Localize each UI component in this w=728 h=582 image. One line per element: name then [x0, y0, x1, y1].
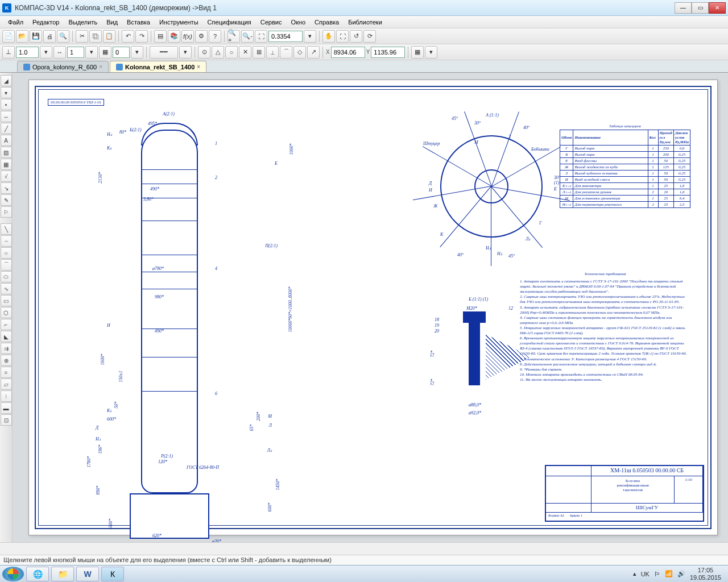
minimize-button[interactable]: ― [675, 2, 692, 14]
contour-tool[interactable]: ▱ [1, 379, 12, 390]
zoom-in-button[interactable]: 🔍+ [228, 30, 240, 43]
step-input[interactable] [67, 47, 84, 58]
tab-kolonna[interactable]: Kolonna_rekt_SB_1400 × [110, 61, 206, 72]
snap-mid-button[interactable]: △ [212, 46, 224, 59]
point-tool[interactable]: • [1, 99, 12, 110]
snap-near-button[interactable]: ◇ [293, 46, 306, 59]
layer-dropdown[interactable]: ▾ [131, 46, 143, 59]
snap-center-button[interactable]: ○ [225, 46, 238, 59]
zoom-window-button[interactable]: ⛶ [255, 30, 267, 43]
circle-tool[interactable]: ○ [1, 247, 12, 259]
snap-grid-button[interactable]: ⊞ [253, 46, 265, 59]
layer-button[interactable]: ▦ [99, 46, 111, 59]
spline-tool[interactable]: ∿ [1, 283, 12, 294]
tray-network-icon[interactable]: 📶 [665, 570, 673, 577]
redo-button[interactable]: ↷ [135, 30, 148, 43]
step-button[interactable]: ↔ [53, 46, 66, 59]
scale-input[interactable] [16, 47, 39, 58]
menu-help[interactable]: Справка [310, 17, 344, 27]
aux-tool[interactable]: ⊡ [1, 414, 12, 426]
geometry-tool[interactable]: ◢ [1, 75, 12, 86]
menu-view[interactable]: Вид [102, 17, 122, 27]
menu-file[interactable]: Файл [3, 17, 28, 27]
menu-tools[interactable]: Инструменты [155, 17, 203, 27]
collect-tool[interactable]: ⊕ [1, 355, 12, 366]
linestyle-dropdown[interactable]: ▾ [179, 46, 192, 59]
clock[interactable]: 17:05 19.05.2015 [690, 567, 721, 580]
arc-tool[interactable]: ⌒ [1, 259, 12, 271]
geometry-dropdown[interactable]: ▾ [1, 87, 12, 98]
library-button[interactable]: 📚 [168, 30, 180, 43]
menu-libs[interactable]: Библиотеки [344, 17, 387, 27]
coord-x-input[interactable] [331, 47, 365, 58]
hatch-tool[interactable]: ▨ [1, 147, 12, 158]
snap-tan-button[interactable]: ⌒ [280, 46, 292, 59]
paste-button[interactable]: 📋 [103, 30, 115, 43]
task-explorer[interactable]: 📁 [51, 567, 74, 581]
snap-end-button[interactable]: ⊙ [198, 46, 210, 59]
coord-y-input[interactable] [371, 47, 405, 58]
offset-tool[interactable]: ⇉ [1, 343, 12, 354]
scale-dropdown[interactable]: ▾ [40, 46, 52, 59]
layer-input[interactable] [113, 47, 130, 58]
params-tool[interactable]: ⚐ [1, 206, 12, 218]
table-tool[interactable]: ▦ [1, 159, 12, 170]
zoom-dropdown[interactable]: ▾ [304, 30, 316, 43]
task-chrome[interactable]: 🌐 [26, 567, 49, 581]
roughness-tool[interactable]: √ [1, 171, 12, 182]
menu-edit[interactable]: Редактор [28, 17, 64, 27]
save-button[interactable]: 💾 [30, 30, 42, 43]
line-tool[interactable]: ╱ [1, 123, 12, 134]
copy-button[interactable]: ⿻ [89, 30, 102, 43]
tab-opora[interactable]: Opora_kolonny_R_600 × [17, 61, 109, 72]
zoom-prev-button[interactable]: ↺ [350, 30, 362, 43]
step-dropdown[interactable]: ▾ [85, 46, 98, 59]
tray-flag-icon[interactable]: 🏳 [654, 571, 660, 577]
ortho-button[interactable]: ⊥ [2, 46, 15, 59]
zoom-out-button[interactable]: 🔍- [241, 30, 254, 43]
snap-perp-button[interactable]: ⟂ [266, 46, 279, 59]
dimension-tool[interactable]: ↔ [1, 111, 12, 122]
snap-along-button[interactable]: ↗ [307, 46, 320, 59]
canvas-area[interactable]: 93.00.00.00 605050.9 ТШ-1-01 А(2:1) [13, 73, 728, 542]
text-tool[interactable]: A [1, 135, 12, 146]
tray-sound-icon[interactable]: 🔊 [677, 570, 685, 577]
segment-tool[interactable]: ╲ [1, 223, 12, 235]
maximize-button[interactable]: ▭ [692, 2, 709, 14]
tray-expand-icon[interactable]: ▴ [633, 570, 636, 577]
fillet-tool[interactable]: ⌐ [1, 319, 12, 330]
task-kompas[interactable]: К [101, 567, 124, 581]
polygon-tool[interactable]: ⬡ [1, 307, 12, 318]
aux-line-tool[interactable]: ┄ [1, 235, 12, 247]
menu-insert[interactable]: Вставка [122, 17, 155, 27]
start-button[interactable] [2, 567, 24, 581]
pan-button[interactable]: ✋ [322, 30, 335, 43]
linestyle-button[interactable]: ━━ [150, 46, 178, 59]
drawing-canvas[interactable]: 93.00.00.00 605050.9 ТШ-1-01 А(2:1) [28, 80, 718, 535]
task-word[interactable]: W [76, 567, 99, 581]
close-button[interactable]: ✕ [709, 2, 726, 14]
zoom-fit-button[interactable]: ⛶ [336, 30, 349, 43]
refresh-button[interactable]: ⟳ [363, 30, 376, 43]
layers-button[interactable]: ▤ [154, 30, 167, 43]
preview-button[interactable]: 🔍 [57, 30, 69, 43]
grid-dropdown[interactable]: ▾ [425, 46, 437, 59]
variables-button[interactable]: f(x) [181, 30, 194, 43]
menu-spec[interactable]: Спецификация [203, 17, 256, 27]
cut-button[interactable]: ✂ [76, 30, 88, 43]
equid-tool[interactable]: ≈ [1, 367, 12, 378]
chamfer-tool[interactable]: ◣ [1, 331, 12, 342]
ellipse-tool[interactable]: ⬭ [1, 271, 12, 282]
menu-select[interactable]: Выделить [64, 17, 102, 27]
menu-window[interactable]: Окно [286, 17, 310, 27]
lang-indicator[interactable]: UK [641, 571, 650, 577]
new-button[interactable]: 📄 [2, 30, 15, 43]
properties-button[interactable]: ⚙ [195, 30, 208, 43]
tab-close-icon[interactable]: × [197, 64, 200, 70]
stamp-tool[interactable]: ▬ [1, 402, 12, 414]
undo-button[interactable]: ↶ [122, 30, 134, 43]
help-button[interactable]: ? [209, 30, 221, 43]
break-tool[interactable]: ⁝ [1, 390, 12, 402]
open-button[interactable]: 📂 [16, 30, 28, 43]
tab-close-icon[interactable]: × [99, 64, 102, 70]
